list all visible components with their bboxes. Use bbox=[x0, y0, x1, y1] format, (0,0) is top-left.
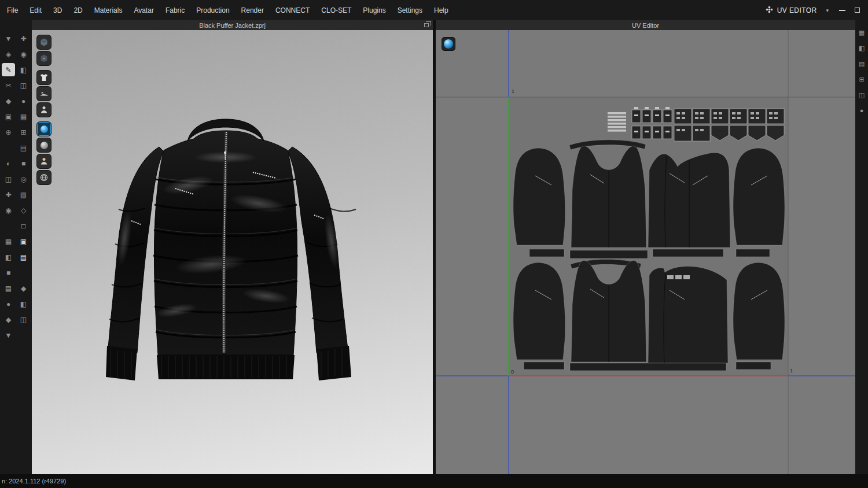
eraser-tool-icon bbox=[41, 142, 48, 149]
material-sphere-icon bbox=[444, 39, 453, 49]
half-2-tool-icon[interactable]: ◧ bbox=[17, 297, 30, 310]
view-cube-high-icon bbox=[39, 38, 49, 47]
show-objects-group bbox=[36, 70, 52, 117]
viewport-3d-title: Black Puffer Jacket.zprj bbox=[199, 22, 266, 29]
menu-production[interactable]: Production bbox=[190, 0, 235, 20]
dot-tool-icon[interactable]: ● bbox=[2, 297, 15, 310]
uv-plus-tool-icon[interactable]: ⊞ bbox=[856, 74, 867, 84]
edit-pattern-tool-icon[interactable]: ✎ bbox=[2, 63, 15, 76]
minimize-button[interactable] bbox=[834, 0, 849, 20]
menu-2d[interactable]: 2D bbox=[68, 0, 88, 20]
menu-avatar[interactable]: Avatar bbox=[128, 0, 159, 20]
target-tool-icon[interactable]: ◎ bbox=[17, 172, 30, 186]
add-point-tool-icon[interactable]: ⊕ bbox=[2, 125, 15, 139]
simulate-tool-icon[interactable]: ▼ bbox=[2, 32, 15, 45]
uv-rows-tool-icon[interactable]: ▤ bbox=[856, 58, 867, 69]
measure-tool-icon[interactable]: ✚ bbox=[2, 188, 15, 201]
menu-3d[interactable]: 3D bbox=[47, 0, 68, 20]
show-shoes-button[interactable] bbox=[36, 86, 52, 101]
menu-fabric[interactable]: Fabric bbox=[160, 0, 190, 20]
uv-grid-tool-icon[interactable]: ▦ bbox=[856, 27, 867, 38]
material-sphere-button[interactable] bbox=[442, 37, 455, 51]
eraser-tool-button[interactable] bbox=[36, 138, 52, 153]
half-tool-icon[interactable]: ◧ bbox=[2, 250, 15, 264]
tack-tool-icon[interactable]: ● bbox=[17, 94, 30, 108]
darken-tool-icon[interactable]: ◐ bbox=[2, 157, 15, 170]
viewport-toolbar bbox=[36, 35, 52, 189]
uv-dot-tool-icon[interactable]: ● bbox=[856, 105, 867, 116]
diamond-tool-icon[interactable]: ◇ bbox=[17, 204, 30, 217]
view-cube-high-button[interactable] bbox=[36, 35, 52, 50]
menu-edit[interactable]: Edit bbox=[24, 0, 47, 20]
environment-icon bbox=[39, 173, 49, 182]
environment-button[interactable] bbox=[36, 170, 52, 185]
view-cube-low-icon bbox=[39, 54, 49, 63]
chevron-down-icon[interactable]: ▾ bbox=[820, 8, 834, 13]
gizmo-tool-icon[interactable]: ✚ bbox=[17, 32, 30, 45]
uv-axis-label-top: 1 bbox=[512, 88, 514, 94]
viewport-3d-panel: Black Puffer Jacket.zprj bbox=[32, 20, 433, 474]
undock-panel-icon[interactable] bbox=[424, 23, 429, 27]
uv-editor-logo-icon bbox=[766, 6, 773, 15]
menu-file[interactable]: File bbox=[1, 0, 24, 20]
texture-tool-icon[interactable]: ▦ bbox=[17, 110, 30, 123]
solid-2-tool-icon[interactable]: ■ bbox=[2, 266, 15, 279]
select-tool-icon[interactable]: ◈ bbox=[2, 47, 15, 61]
paint-tool-icon bbox=[41, 125, 48, 133]
viewport-3d-canvas[interactable] bbox=[32, 30, 433, 474]
hatch-tool-icon[interactable]: ▧ bbox=[17, 188, 30, 201]
uv-layout: 1 0 1 bbox=[436, 30, 855, 474]
menu-help[interactable]: Help bbox=[428, 0, 454, 20]
trace-tool-icon[interactable]: ◫ bbox=[17, 79, 30, 92]
pin-tool-icon[interactable]: ◆ bbox=[2, 94, 15, 108]
select-mesh-tool-icon[interactable]: ◉ bbox=[17, 47, 30, 61]
uv-half-tool-icon[interactable]: ◧ bbox=[856, 43, 867, 53]
paint-group bbox=[36, 121, 52, 185]
paint-tool-button[interactable] bbox=[36, 121, 52, 136]
menu-materials[interactable]: Materials bbox=[89, 0, 128, 20]
show-garment-button[interactable] bbox=[36, 70, 52, 85]
show-shoes-icon bbox=[39, 89, 49, 98]
menu-clo-set[interactable]: CLO-SET bbox=[315, 0, 357, 20]
view-cube-low-button[interactable] bbox=[36, 51, 52, 66]
edit-sewing-tool-icon[interactable]: ◧ bbox=[17, 63, 30, 76]
uv-editor-panel: UV Editor 1 bbox=[436, 20, 855, 474]
rows-tool-icon[interactable]: ▤ bbox=[2, 282, 15, 295]
uv-axis-label-origin: 0 bbox=[511, 369, 514, 375]
avatar-display-button[interactable] bbox=[36, 154, 52, 169]
menu-render[interactable]: Render bbox=[236, 0, 270, 20]
restore-button[interactable] bbox=[849, 0, 865, 20]
uv-axis-label-right: 1 bbox=[790, 368, 793, 374]
uv-editor-canvas[interactable]: 1 0 1 bbox=[436, 30, 855, 474]
drop-tool-icon[interactable]: ▼ bbox=[2, 328, 15, 342]
uv-side-toolbar: ▦ ◧ ▤ ⊞ ◫ ● bbox=[855, 20, 868, 474]
diamond-2-tool-icon[interactable]: ◆ bbox=[2, 313, 15, 326]
uv-flatten-tool-icon[interactable]: ◫ bbox=[856, 90, 867, 100]
grid-tool-icon[interactable]: ⊞ bbox=[17, 125, 30, 139]
circle-tool-icon[interactable]: ◉ bbox=[2, 204, 15, 217]
uv-editor-titlebar: UV Editor bbox=[436, 20, 855, 30]
jacket-3d-model bbox=[101, 117, 373, 389]
menu-connect[interactable]: CONNECT bbox=[270, 0, 315, 20]
fabric-swatch-2-icon[interactable]: ▣ bbox=[17, 235, 30, 248]
layers-tool-icon[interactable]: ▤ bbox=[17, 141, 30, 154]
pattern-fill-tool-icon[interactable]: ▦ bbox=[2, 235, 15, 248]
scissors-tool-icon[interactable]: ✂ bbox=[2, 79, 15, 92]
menu-bar: File Edit 3D 2D Materials Avatar Fabric … bbox=[0, 0, 868, 20]
swatch-rows-icon[interactable]: ▤ bbox=[17, 250, 30, 264]
avatar-display-icon bbox=[39, 157, 49, 166]
solid-tool-icon[interactable]: ■ bbox=[17, 157, 30, 170]
fabric-swatch-icon[interactable]: □ bbox=[17, 219, 30, 232]
menu-settings[interactable]: Settings bbox=[392, 0, 428, 20]
show-avatar-button[interactable] bbox=[36, 102, 52, 117]
pattern-grid-tool-icon[interactable]: ▣ bbox=[2, 110, 15, 123]
flatten-tool-icon[interactable]: ◫ bbox=[2, 172, 15, 186]
view-mode-group bbox=[36, 35, 52, 66]
viewport-3d-titlebar: Black Puffer Jacket.zprj bbox=[32, 20, 433, 30]
status-bar: n: 2024.1.112 (r49729) bbox=[0, 474, 868, 488]
main-toolbar: ▼ ✚ ◈ ◉ ✎ ◧ ✂ ◫ ◆ ● ▣ ▦ ⊕ ⊞ ▤ ◐ ■ ◫ ◎ ✚ … bbox=[0, 20, 32, 474]
flatten-2-tool-icon[interactable]: ◫ bbox=[17, 313, 30, 326]
menu-plugins[interactable]: Plugins bbox=[357, 0, 391, 20]
pin-2-tool-icon[interactable]: ◆ bbox=[17, 282, 30, 295]
uv-editor-mode-selector[interactable]: UV EDITOR bbox=[766, 6, 817, 15]
